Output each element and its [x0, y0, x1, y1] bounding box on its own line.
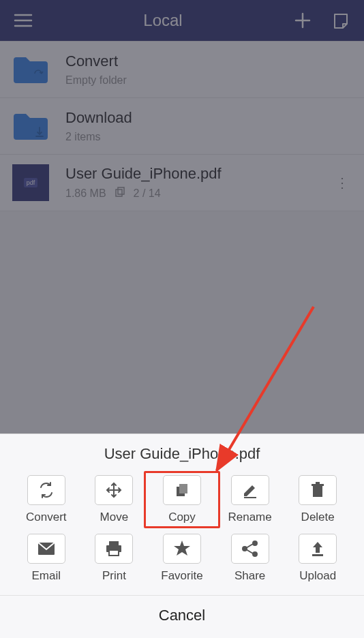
email-action[interactable]: Email [14, 534, 79, 583]
svg-rect-16 [109, 541, 119, 545]
svg-marker-25 [313, 542, 322, 553]
add-icon[interactable] [292, 10, 314, 31]
file-size-label: 1.86 MB [65, 187, 106, 200]
action-grid: ConvertMoveCopyRenameDeleteEmailPrintFav… [0, 475, 364, 595]
page-title: Local [143, 11, 182, 30]
share-icon [231, 534, 269, 564]
copy-action[interactable]: Copy [149, 475, 215, 524]
file-meta-label: 2 items [65, 131, 101, 143]
action-sheet: User Guide_iPhone.pdf ConvertMoveCopyRen… [0, 434, 364, 638]
upload-action[interactable]: Upload [285, 534, 350, 583]
note-icon[interactable] [330, 10, 352, 31]
delete-icon [299, 475, 337, 505]
cancel-button[interactable]: Cancel [0, 595, 364, 635]
delete-action[interactable]: Delete [285, 475, 350, 524]
action-label: Copy [168, 511, 196, 524]
action-label: Rename [228, 511, 271, 524]
folder-download-icon [12, 108, 49, 145]
menu-icon[interactable] [12, 10, 34, 31]
folder-sync-icon [12, 51, 49, 88]
favorite-icon [163, 534, 201, 564]
email-icon [27, 534, 65, 564]
favorite-action[interactable]: Favorite [149, 534, 215, 583]
sheet-title: User Guide_iPhone.pdf [0, 434, 364, 475]
app-header: Local [0, 0, 364, 41]
convert-icon [27, 475, 65, 505]
svg-line-23 [246, 544, 253, 548]
svg-rect-18 [109, 550, 119, 556]
list-item[interactable]: Convert Empty folder [0, 41, 364, 98]
svg-rect-8 [118, 187, 124, 194]
upload-icon [299, 534, 337, 564]
pages-icon [115, 187, 125, 200]
svg-line-24 [246, 549, 253, 553]
svg-rect-14 [316, 482, 320, 484]
action-label: Favorite [161, 569, 202, 583]
pdf-file-icon: pdf [12, 164, 49, 201]
svg-rect-26 [312, 554, 323, 556]
more-icon[interactable]: ⋮ [335, 174, 350, 191]
action-label: Delete [301, 511, 335, 524]
svg-rect-7 [116, 189, 122, 196]
convert-action[interactable]: Convert [14, 475, 79, 524]
svg-rect-12 [313, 486, 322, 497]
rename-action[interactable]: Rename [217, 475, 283, 524]
move-action[interactable]: Move [82, 475, 147, 524]
app-root: { "header": { "title": "Local" }, "files… [0, 0, 364, 638]
action-label: Share [234, 569, 265, 583]
list-item[interactable]: Download 2 items [0, 98, 364, 155]
print-action[interactable]: Print [82, 534, 147, 583]
rename-icon [231, 475, 269, 505]
svg-marker-19 [174, 541, 190, 556]
print-icon [95, 534, 133, 564]
svg-rect-10 [179, 484, 187, 493]
action-label: Email [32, 569, 61, 583]
file-name-label: User Guide_iPhone.pdf [65, 165, 352, 183]
file-name-label: Download [65, 109, 352, 127]
svg-point-22 [253, 552, 257, 556]
action-label: Print [102, 569, 126, 583]
file-list: Convert Empty folder Download 2 items pd… [0, 41, 364, 211]
copy-icon [163, 475, 201, 505]
svg-point-21 [253, 541, 257, 545]
file-meta-label: Empty folder [65, 74, 127, 87]
svg-rect-13 [312, 484, 324, 486]
file-pages-label: 2 / 14 [134, 187, 161, 200]
share-action[interactable]: Share [217, 534, 283, 583]
move-icon [95, 475, 133, 505]
list-item[interactable]: pdf User Guide_iPhone.pdf 1.86 MB 2 / 14… [0, 155, 364, 211]
action-label: Upload [299, 569, 336, 583]
action-label: Move [100, 511, 129, 524]
action-label: Convert [26, 511, 67, 524]
file-name-label: Convert [65, 52, 352, 70]
